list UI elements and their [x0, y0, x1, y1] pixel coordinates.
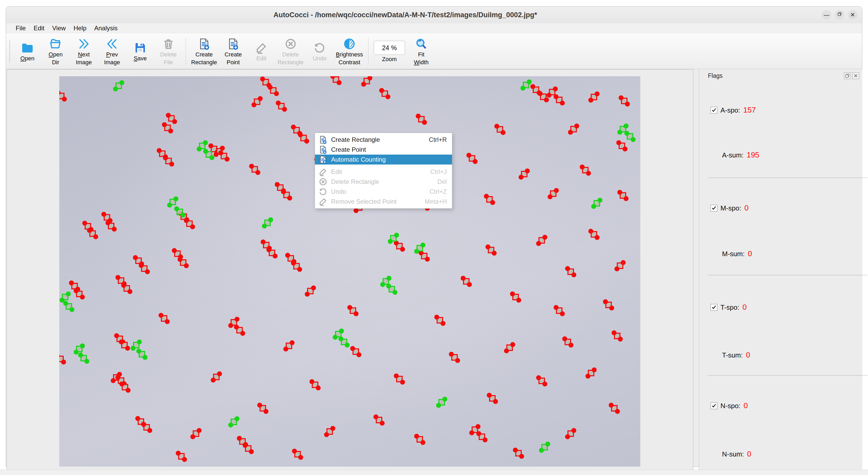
toolbar-button-prev-image[interactable]: PrevImage [98, 37, 126, 66]
red-annotation-marker[interactable] [451, 354, 458, 360]
red-annotation-marker[interactable] [165, 158, 172, 164]
green-annotation-marker[interactable] [627, 133, 633, 140]
marker-point[interactable] [158, 313, 163, 318]
green-annotation-marker[interactable] [390, 235, 397, 242]
marker-point[interactable] [385, 94, 391, 99]
marker-point[interactable] [595, 91, 599, 96]
marker-point[interactable] [260, 76, 265, 82]
marker-point[interactable] [285, 253, 290, 258]
marker-point[interactable] [361, 82, 366, 87]
toolbar-button-create-rectangle[interactable]: CreateRectangle [189, 37, 219, 66]
marker-point[interactable] [137, 340, 142, 344]
red-annotation-marker[interactable] [418, 116, 425, 123]
green-annotation-marker[interactable] [139, 351, 145, 357]
marker-point[interactable] [519, 175, 524, 180]
toolbar-button-fit-width[interactable]: FitWidth [407, 37, 435, 66]
marker-point[interactable] [527, 80, 532, 84]
marker-point[interactable] [136, 349, 141, 354]
red-annotation-marker[interactable] [122, 384, 128, 390]
red-annotation-marker[interactable] [486, 196, 493, 203]
marker-point[interactable] [621, 260, 626, 265]
red-annotation-marker[interactable] [121, 342, 128, 348]
green-annotation-marker[interactable] [133, 342, 140, 348]
marker-point[interactable] [172, 248, 177, 253]
marker-point[interactable] [249, 449, 254, 454]
marker-point[interactable] [249, 164, 254, 169]
marker-point[interactable] [309, 379, 314, 384]
red-annotation-marker[interactable] [236, 327, 243, 334]
marker-point[interactable] [467, 282, 472, 287]
marker-point[interactable] [544, 97, 549, 102]
marker-point[interactable] [298, 455, 303, 460]
marker-point[interactable] [330, 426, 335, 431]
marker-point[interactable] [571, 272, 576, 277]
image-canvas[interactable] [6, 69, 693, 473]
marker-point[interactable] [476, 431, 481, 436]
marker-point[interactable] [69, 281, 74, 285]
marker-point[interactable] [617, 190, 622, 195]
marker-point[interactable] [568, 130, 573, 135]
marker-point[interactable] [260, 240, 266, 245]
marker-point[interactable] [539, 448, 544, 453]
marker-point[interactable] [105, 220, 111, 225]
red-annotation-marker[interactable] [221, 153, 227, 159]
red-annotation-marker[interactable] [570, 126, 577, 132]
marker-point[interactable] [297, 267, 302, 272]
marker-point[interactable] [208, 144, 213, 148]
marker-point[interactable] [416, 114, 421, 119]
red-annotation-marker[interactable] [186, 220, 193, 227]
marker-point[interactable] [84, 359, 89, 364]
red-annotation-marker[interactable] [506, 344, 513, 351]
minimize-button[interactable]: — [822, 10, 831, 20]
marker-point[interactable] [203, 140, 208, 145]
marker-point[interactable] [414, 434, 419, 439]
marker-point[interactable] [59, 90, 61, 95]
menu-edit[interactable]: Edit [30, 25, 48, 32]
marker-point[interactable] [74, 288, 79, 293]
marker-point[interactable] [400, 247, 405, 252]
marker-point[interactable] [516, 298, 521, 303]
marker-point[interactable] [61, 359, 66, 365]
marker-point[interactable] [240, 331, 245, 336]
marker-point[interactable] [469, 430, 474, 435]
marker-point[interactable] [449, 352, 454, 357]
marker-point[interactable] [268, 217, 273, 222]
marker-point[interactable] [113, 87, 118, 91]
green-annotation-marker[interactable] [169, 199, 176, 205]
red-annotation-marker[interactable] [286, 343, 292, 349]
marker-point[interactable] [562, 336, 567, 341]
marker-point[interactable] [442, 397, 447, 402]
marker-point[interactable] [87, 228, 92, 233]
marker-point[interactable] [210, 155, 214, 160]
red-annotation-marker[interactable] [312, 381, 318, 388]
toolbar-button-open[interactable]: Open [13, 40, 41, 62]
red-annotation-marker[interactable] [161, 315, 167, 322]
marker-point[interactable] [624, 196, 628, 201]
marker-point[interactable] [521, 86, 525, 91]
red-annotation-marker[interactable] [108, 223, 114, 229]
marker-point[interactable] [519, 454, 524, 459]
marker-point[interactable] [619, 95, 624, 100]
marker-point[interactable] [275, 182, 280, 187]
red-annotation-marker[interactable] [469, 155, 475, 162]
marker-point[interactable] [63, 301, 68, 306]
marker-point[interactable] [111, 378, 116, 383]
red-annotation-marker[interactable] [489, 395, 496, 402]
marker-point[interactable] [353, 311, 359, 316]
marker-point[interactable] [545, 442, 550, 447]
marker-point[interactable] [273, 254, 278, 258]
red-annotation-marker[interactable] [381, 90, 388, 97]
marker-point[interactable] [234, 325, 239, 329]
marker-point[interactable] [386, 276, 392, 281]
marker-point[interactable] [324, 432, 329, 437]
marker-point[interactable] [139, 263, 144, 268]
red-annotation-marker[interactable] [614, 333, 620, 339]
red-annotation-marker[interactable] [254, 98, 260, 105]
marker-point[interactable] [625, 102, 630, 106]
context-menu-item-create-point[interactable]: Create Point [315, 145, 452, 155]
marker-point[interactable] [174, 206, 179, 211]
green-annotation-marker[interactable] [81, 355, 87, 361]
marker-point[interactable] [178, 257, 183, 262]
red-annotation-marker[interactable] [76, 291, 83, 297]
marker-point[interactable] [414, 249, 419, 254]
